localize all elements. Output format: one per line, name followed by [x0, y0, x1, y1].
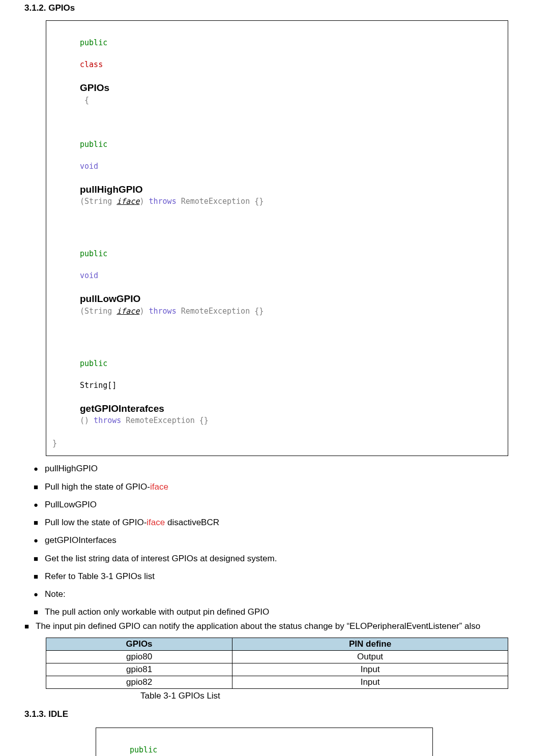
bullet-text: disactiveBCR — [165, 518, 219, 527]
table-row: gpio81Input — [46, 663, 508, 676]
section-heading-idle: 3.1.3. IDLE — [24, 709, 530, 719]
table-row: gpio80Output — [46, 650, 508, 663]
brace-open: { — [80, 96, 89, 105]
code-box-gpios: public class GPIOs { public void pullHig… — [46, 20, 508, 456]
method-name: pullHighGPIO — [80, 184, 143, 195]
code-box-idle: public class IDLE { public boolean activ… — [96, 728, 433, 756]
bullet-item: PullLowGPIO — [34, 499, 530, 510]
sig: ) — [139, 307, 149, 316]
bullet-list-gpios: pullHighGPIOPull high the state of GPIO-… — [34, 463, 530, 631]
table-caption: Table 3-1 GPIOs List — [140, 691, 530, 701]
bullet-item: Pull low the state of GPIO-iface disacti… — [34, 517, 530, 528]
bullet-text: Pull low the state of GPIO- — [45, 518, 147, 527]
tail: RemoteException {} — [177, 197, 264, 206]
table-row: gpio82Input — [46, 676, 508, 688]
table-cell: Input — [232, 676, 508, 688]
brace-close: } — [52, 439, 57, 448]
param-iface: iface — [116, 307, 139, 316]
link-iface: iface — [150, 482, 168, 492]
sig: () — [80, 416, 94, 425]
table-cell: gpio80 — [46, 650, 232, 663]
type-string-arr: String[] — [80, 381, 116, 390]
tail: RemoteException {} — [177, 307, 264, 316]
link-iface: iface — [147, 518, 165, 527]
kw-throws: throws — [149, 197, 176, 206]
kw-public: public — [80, 359, 107, 368]
method-name: pullLowGPIO — [80, 293, 140, 304]
kw-class: class — [80, 60, 103, 69]
bullet-item: The pull action only workable with outpu… — [34, 607, 530, 617]
sig: ) — [139, 197, 149, 206]
bullet-item: Note: — [34, 589, 530, 599]
kw-public: public — [80, 249, 107, 258]
section-heading-gpios: 3.1.2. GPIOs — [24, 3, 530, 13]
kw-throws: throws — [94, 416, 121, 425]
kw-void: void — [80, 162, 98, 171]
kw-public: public — [130, 745, 157, 754]
bullet-item: getGPIOInterfaces — [34, 535, 530, 546]
table-cell: Input — [232, 663, 508, 676]
kw-public: public — [80, 140, 107, 149]
bullet-text: Pull high the state of GPIO- — [45, 482, 150, 492]
kw-public: public — [80, 38, 107, 47]
th-gpios: GPIOs — [46, 638, 232, 650]
method-name: getGPIOInterafces — [80, 403, 164, 414]
bullet-item: Get the list string data of interest GPI… — [34, 553, 530, 564]
bullet-item: Pull high the state of GPIO-iface — [34, 481, 530, 492]
tail: RemoteException {} — [121, 416, 209, 425]
table-cell: Output — [232, 650, 508, 663]
th-pin-define: PIN define — [232, 638, 508, 650]
table-gpios: GPIOs PIN define gpio80Outputgpio81Input… — [46, 638, 508, 689]
kw-void: void — [80, 271, 98, 280]
param-iface: iface — [116, 197, 139, 206]
table-cell: gpio82 — [46, 676, 232, 688]
sig: (String — [80, 197, 116, 206]
kw-throws: throws — [149, 307, 176, 316]
class-name: GPIOs — [80, 82, 109, 93]
bullet-item: The input pin defined GPIO can notify th… — [24, 621, 530, 631]
bullet-item: Refer to Table 3-1 GPIOs list — [34, 571, 530, 582]
sig: (String — [80, 307, 116, 316]
table-cell: gpio81 — [46, 663, 232, 676]
bullet-item: pullHighGPIO — [34, 463, 530, 474]
